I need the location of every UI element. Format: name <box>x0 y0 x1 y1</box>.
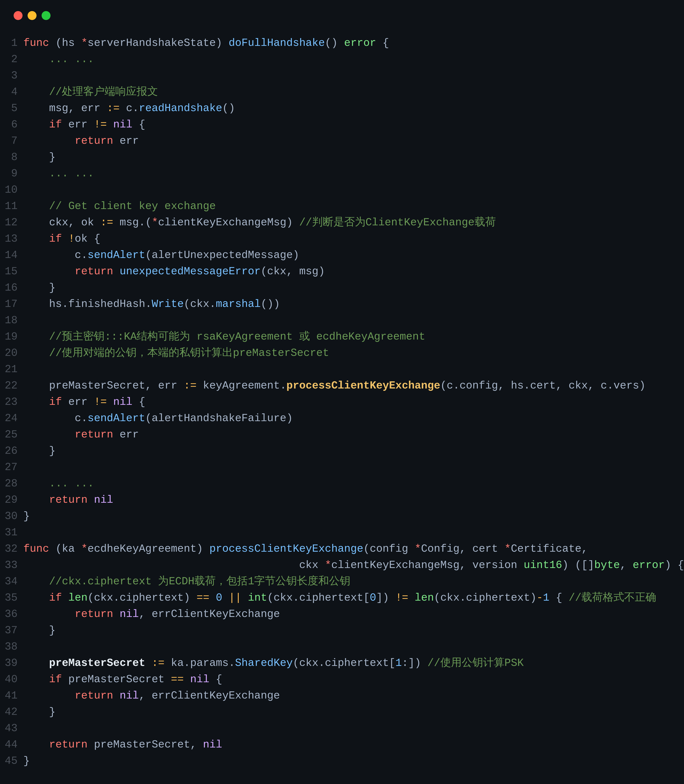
code-line: if preMasterSecret == nil { <box>23 671 684 687</box>
code-line: ... ... <box>23 166 684 182</box>
line-number: 37 <box>0 622 18 639</box>
code-line: return nil <box>23 492 684 508</box>
code-line: c.sendAlert(alertHandshakeFailure) <box>23 410 684 427</box>
line-number: 28 <box>0 475 18 492</box>
code-line: ... ... <box>23 475 684 492</box>
titlebar <box>0 0 684 21</box>
code-line: msg, err := c.readHandshake() <box>23 100 684 117</box>
line-number: 34 <box>0 573 18 590</box>
code-line: ckx, ok := msg.(*clientKeyExchangeMsg) /… <box>23 214 684 231</box>
line-number: 32 <box>0 541 18 557</box>
editor-window: 1234567891011121314151617181920212223242… <box>0 0 684 784</box>
maximize-icon[interactable] <box>42 11 50 20</box>
line-number: 35 <box>0 590 18 606</box>
line-number: 23 <box>0 394 18 410</box>
code-line: hs.finishedHash.Write(ckx.marshal()) <box>23 296 684 312</box>
line-number: 25 <box>0 427 18 443</box>
code-line: } <box>23 704 684 720</box>
line-number: 31 <box>0 525 18 541</box>
code-line <box>23 720 684 737</box>
minimize-icon[interactable] <box>27 11 37 20</box>
line-number: 2 <box>0 51 18 68</box>
code-line: ckx *clientKeyExchangeMsg, version uint1… <box>23 557 684 573</box>
line-number: 9 <box>0 166 18 182</box>
line-number: 22 <box>0 378 18 394</box>
line-number: 6 <box>0 117 18 133</box>
code-line: func (ka *ecdheKeyAgreement) processClie… <box>23 541 684 557</box>
code-line <box>23 361 684 378</box>
line-number: 13 <box>0 231 18 247</box>
line-number: 4 <box>0 84 18 100</box>
code-line: if err != nil { <box>23 394 684 410</box>
line-number: 26 <box>0 443 18 459</box>
code-line <box>23 525 684 541</box>
line-number: 11 <box>0 198 18 214</box>
code-line: //预主密钥:::KA结构可能为 rsaKeyAgreement 或 ecdhe… <box>23 329 684 345</box>
code-line: } <box>23 280 684 296</box>
line-number: 41 <box>0 687 18 704</box>
line-number: 29 <box>0 492 18 508</box>
code-line: //处理客户端响应报文 <box>23 84 684 100</box>
line-gutter: 1234567891011121314151617181920212223242… <box>0 35 23 776</box>
line-number: 20 <box>0 345 18 361</box>
code-line: if err != nil { <box>23 117 684 133</box>
code-area: 1234567891011121314151617181920212223242… <box>0 35 684 776</box>
code-line: return err <box>23 427 684 443</box>
code-line: c.sendAlert(alertUnexpectedMessage) <box>23 247 684 263</box>
line-number: 36 <box>0 606 18 622</box>
line-number: 21 <box>0 361 18 378</box>
line-number: 30 <box>0 508 18 525</box>
code-line: return nil, errClientKeyExchange <box>23 687 684 704</box>
line-number: 38 <box>0 639 18 655</box>
line-number: 10 <box>0 182 18 198</box>
code-line <box>23 639 684 655</box>
code-line <box>23 459 684 475</box>
code-line: ... ... <box>23 51 684 68</box>
code-line <box>23 182 684 198</box>
line-number: 42 <box>0 704 18 720</box>
close-icon[interactable] <box>14 11 23 20</box>
line-number: 40 <box>0 671 18 687</box>
code-line: preMasterSecret := ka.params.SharedKey(c… <box>23 655 684 671</box>
code-line: if len(ckx.ciphertext) == 0 || int(ckx.c… <box>23 590 684 606</box>
code-line: // Get client key exchange <box>23 198 684 214</box>
code-content[interactable]: func (hs *serverHandshakeState) doFullHa… <box>23 35 684 776</box>
line-number: 17 <box>0 296 18 312</box>
line-number: 45 <box>0 753 18 769</box>
line-number: 3 <box>0 68 18 84</box>
code-line: } <box>23 622 684 639</box>
line-number: 5 <box>0 100 18 117</box>
line-number: 39 <box>0 655 18 671</box>
line-number: 27 <box>0 459 18 475</box>
code-line: if !ok { <box>23 231 684 247</box>
line-number: 16 <box>0 280 18 296</box>
code-line: return nil, errClientKeyExchange <box>23 606 684 622</box>
code-line: return preMasterSecret, nil <box>23 737 684 753</box>
code-line: func (hs *serverHandshakeState) doFullHa… <box>23 35 684 51</box>
line-number: 7 <box>0 133 18 149</box>
line-number: 15 <box>0 263 18 280</box>
code-line: //使用对端的公钥，本端的私钥计算出preMasterSecret <box>23 345 684 361</box>
code-line: } <box>23 753 684 769</box>
code-line: return err <box>23 133 684 149</box>
code-line: } <box>23 149 684 166</box>
line-number: 33 <box>0 557 18 573</box>
code-line: return unexpectedMessageError(ckx, msg) <box>23 263 684 280</box>
code-line: } <box>23 443 684 459</box>
code-line <box>23 68 684 84</box>
line-number: 43 <box>0 720 18 737</box>
code-line: //ckx.ciphertext 为ECDH载荷，包括1字节公钥长度和公钥 <box>23 573 684 590</box>
code-line: preMasterSecret, err := keyAgreement.pro… <box>23 378 684 394</box>
line-number: 14 <box>0 247 18 263</box>
line-number: 1 <box>0 35 18 51</box>
line-number: 8 <box>0 149 18 166</box>
line-number: 12 <box>0 214 18 231</box>
code-line: } <box>23 508 684 525</box>
line-number: 24 <box>0 410 18 427</box>
line-number: 44 <box>0 737 18 753</box>
line-number: 19 <box>0 329 18 345</box>
code-line <box>23 312 684 329</box>
line-number: 18 <box>0 312 18 329</box>
